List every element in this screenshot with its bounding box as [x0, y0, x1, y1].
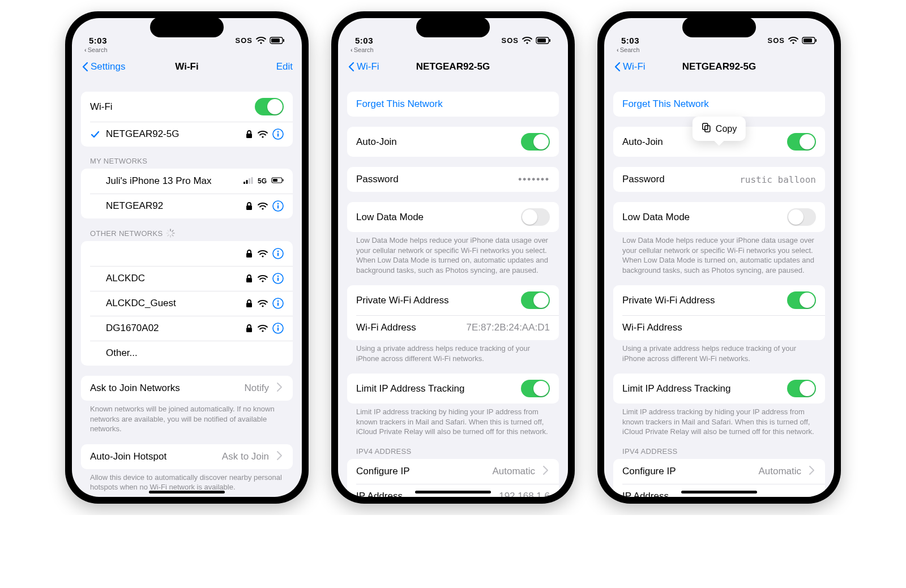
info-button[interactable] [272, 128, 284, 140]
status-time: 5:03 [89, 36, 107, 45]
breadcrumb-back[interactable]: Search [617, 46, 640, 53]
network-row[interactable] [81, 241, 293, 266]
other-network-button[interactable]: Other... [81, 341, 293, 366]
nav-back-button[interactable]: Settings [81, 61, 125, 72]
chevron-right-icon [807, 465, 816, 478]
private-address-toggle[interactable] [521, 291, 550, 309]
breadcrumb-back[interactable]: Search [84, 46, 108, 53]
limit-ip-row: Limit IP Address Tracking [347, 374, 559, 404]
wifi-signal-icon [258, 324, 268, 333]
status-time: 5:03 [355, 36, 373, 45]
wifi-signal-icon [258, 130, 268, 139]
network-row[interactable]: NETGEAR92 [81, 194, 293, 218]
nav-bar: Wi-Fi NETGEAR92-5G [604, 54, 834, 79]
network-row[interactable]: Juli's iPhone 13 Pro Max 5G [81, 169, 293, 194]
network-row[interactable]: ALCKDC_Guest [81, 291, 293, 316]
wifi-toggle-row: Wi-Fi [81, 92, 293, 122]
auto-join-hotspot-footer: Allow this device to automatically disco… [81, 469, 293, 492]
dynamic-island [416, 17, 490, 37]
lock-icon [245, 299, 253, 308]
wifi-address-row: Wi-Fi Address [613, 315, 825, 340]
wifi-signal-icon [258, 299, 268, 308]
forget-network-button[interactable]: Forget This Network [347, 92, 559, 117]
ask-to-join-footer: Known networks will be joined automatica… [81, 401, 293, 434]
battery-icon [802, 36, 817, 45]
section-header: MY NETWORKS [81, 157, 293, 169]
info-button[interactable] [272, 248, 284, 259]
wifi-signal-icon [258, 250, 268, 258]
password-row[interactable]: Password ••••••• [347, 167, 559, 192]
sos-label: SOS [236, 36, 253, 45]
limit-ip-footer: Limit IP address tracking by hiding your… [613, 404, 825, 437]
forget-network-button[interactable]: Forget This Network [613, 92, 825, 117]
info-button[interactable] [272, 273, 284, 284]
low-data-toggle[interactable] [787, 208, 816, 226]
limit-ip-toggle[interactable] [787, 380, 816, 397]
wifi-signal-icon [258, 274, 268, 283]
nav-title: NETGEAR92-5G [416, 61, 490, 72]
private-address-footer: Using a private address helps reduce tra… [347, 340, 559, 363]
lock-icon [245, 201, 253, 211]
lock-icon [245, 249, 253, 258]
copy-popover[interactable]: Copy [693, 117, 746, 141]
private-address-footer: Using a private address helps reduce tra… [613, 340, 825, 363]
low-data-row: Low Data Mode [347, 202, 559, 232]
wifi-toggle[interactable] [255, 98, 284, 115]
low-data-footer: Low Data Mode helps reduce your iPhone d… [347, 232, 559, 275]
info-button[interactable] [272, 200, 284, 212]
auto-join-row: Auto-Join [347, 127, 559, 157]
home-indicator[interactable] [415, 491, 491, 493]
nav-bar: Settings Wi-Fi Edit [72, 54, 302, 79]
info-button[interactable] [272, 298, 284, 309]
limit-ip-footer: Limit IP address tracking by hiding your… [347, 404, 559, 437]
nav-title: Wi-Fi [175, 61, 198, 72]
chevron-right-icon [275, 382, 284, 394]
auto-join-toggle[interactable] [787, 133, 816, 151]
section-header: OTHER NETWORKS [81, 229, 293, 241]
battery-icon [536, 36, 551, 45]
nav-back-button[interactable]: Wi-Fi [613, 61, 646, 72]
configure-ip-button[interactable]: Configure IP Automatic [347, 459, 559, 484]
home-indicator[interactable] [681, 491, 757, 493]
wifi-address-row: Wi-Fi Address 7E:87:2B:24:AA:D1 [347, 315, 559, 340]
connected-network-row[interactable]: NETGEAR92-5G [81, 122, 293, 147]
nav-bar: Wi-Fi NETGEAR92-5G [338, 54, 568, 79]
low-data-row: Low Data Mode [613, 202, 825, 232]
limit-ip-toggle[interactable] [521, 380, 550, 397]
limit-ip-row: Limit IP Address Tracking [613, 374, 825, 404]
sos-label: SOS [502, 36, 519, 45]
home-indicator[interactable] [149, 491, 225, 493]
password-value: rustic balloon [740, 174, 816, 185]
chevron-right-icon [275, 450, 284, 463]
auto-join-hotspot-button[interactable]: Auto-Join Hotspot Ask to Join [81, 444, 293, 469]
private-address-row: Private Wi-Fi Address [613, 285, 825, 315]
five-g-label: 5G [258, 177, 267, 185]
checkmark-icon [90, 130, 100, 139]
auto-join-toggle[interactable] [521, 133, 550, 151]
ipv4-header: IPV4 ADDRESS [347, 447, 559, 459]
private-address-row: Private Wi-Fi Address [347, 285, 559, 315]
nav-back-button[interactable]: Wi-Fi [347, 61, 379, 72]
wifi-signal-icon [258, 202, 268, 211]
nav-edit-button[interactable]: Edit [276, 61, 293, 72]
info-button[interactable] [272, 323, 284, 334]
spinner-icon [166, 229, 175, 238]
dynamic-island [682, 17, 756, 37]
sos-label: SOS [768, 36, 785, 45]
battery-small-icon [271, 176, 284, 186]
password-row[interactable]: Password rustic balloon [613, 167, 825, 192]
ipv4-header: IPV4 ADDRESS [613, 447, 825, 459]
ask-to-join-button[interactable]: Ask to Join Networks Notify [81, 376, 293, 401]
phone-2: 5:03 SOS Search Wi-Fi NETGEAR92-5G Forge… [331, 11, 575, 504]
private-address-toggle[interactable] [787, 291, 816, 309]
breadcrumb-back[interactable]: Search [351, 46, 374, 53]
low-data-toggle[interactable] [521, 208, 550, 226]
network-row[interactable]: ALCKDC [81, 266, 293, 291]
chevron-right-icon [541, 465, 550, 478]
lock-icon [245, 130, 253, 139]
dynamic-island [150, 17, 224, 37]
nav-title: NETGEAR92-5G [682, 61, 756, 72]
network-row[interactable]: DG1670A02 [81, 316, 293, 341]
configure-ip-button[interactable]: Configure IP Automatic [613, 459, 825, 484]
lock-icon [245, 324, 253, 333]
